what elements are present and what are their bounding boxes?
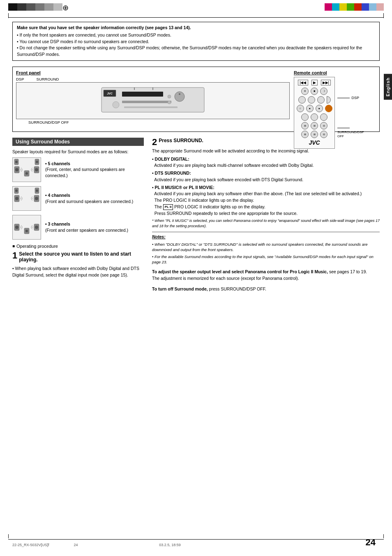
page-layout: ⊕ English Make sure that y (0, 0, 392, 556)
step1-number: 1 (12, 251, 17, 260)
remote-btn-r2c (317, 96, 325, 104)
warning-box: Make sure that you have set the speaker … (12, 22, 380, 61)
bottom-corner-left (8, 534, 9, 538)
left-column: Using Surround Modes Speaker layouts req… (12, 138, 144, 293)
remote-btn-r5a: ⊞ (301, 122, 309, 129)
color-bar-cyan (332, 3, 339, 11)
svg-point-16 (25, 172, 28, 175)
speaker-icon-3ch (12, 215, 41, 240)
note-1: When "DOLBY DIGITAL" or "DTS SURROUND" i… (152, 242, 380, 253)
color-bar-yellow (339, 3, 347, 11)
remote-btn-r6b: ⊞ (311, 131, 318, 138)
surround-intro: Speaker layouts required for Surround mo… (12, 149, 144, 154)
notes-body: When "DOLBY DIGITAL" or "DTS SURROUND" i… (152, 242, 380, 265)
remote-btn-r4b (311, 113, 318, 121)
fp-labels: DSP SURROUND (16, 77, 290, 81)
remote-top-buttons: |◀◀ ▶ ▶▶| (298, 80, 331, 85)
svg-point-36 (35, 226, 38, 229)
operating-procedure-label: Operating procedure (12, 244, 144, 249)
remote-btn-r3d (325, 105, 332, 112)
surround-label: SURROUND (37, 77, 59, 81)
color-bar-lightblue (369, 3, 376, 11)
remote-dsp-label: DSP (337, 96, 376, 100)
speaker-svg-4ch (14, 187, 40, 210)
color-bar-3 (26, 3, 35, 11)
remote-btn-r5b: ⊞ (311, 122, 318, 129)
color-bar-pink (376, 3, 384, 11)
svg-point-7 (168, 95, 171, 98)
color-bar-magenta (325, 3, 332, 11)
remote-surround-dsp-off-label: SURROUND/DSPOFF (337, 126, 376, 138)
step1-title: Select the source you want to listen to … (19, 251, 144, 263)
svg-rect-0 (101, 88, 204, 112)
svg-rect-11 (124, 106, 178, 108)
svg-point-34 (25, 230, 28, 232)
speaker-svg-3ch (14, 216, 40, 238)
center-crosshair: ⊕ (62, 3, 69, 12)
svg-point-14 (15, 168, 18, 171)
right-column: 2 Press SURROUND. The appropriate Surrou… (152, 138, 380, 293)
speaker-svg-5ch (14, 158, 40, 181)
step2-dts-item: • DTS SURROUND: Activated if you are pla… (152, 170, 380, 183)
remote-btn-half (327, 96, 331, 104)
remote-row-1: ☀ ■ ☽ (301, 88, 327, 95)
footer-text: 22-25_RX-5032V[US]f 24 03.2.5, 18:59 (12, 543, 181, 547)
section-title-box: Using Surround Modes (12, 138, 144, 146)
remote-control-label: Remote control (294, 70, 376, 75)
bottom-corner-right (383, 534, 384, 538)
bottom-decoration (0, 534, 392, 540)
color-bar-4 (35, 3, 44, 11)
remote-btn-r6c: ⊟ (320, 131, 327, 138)
step1-block: 1 Select the source you want to listen t… (12, 251, 144, 279)
page-number: 24 (366, 537, 376, 548)
svg-point-24 (15, 197, 18, 200)
svg-point-12 (113, 102, 119, 108)
svg-point-22 (36, 161, 38, 163)
speaker-text-3ch: • 3 channels (Front and center speakers … (45, 221, 128, 233)
step2-body: The appropriate Surround mode will be ac… (152, 148, 380, 265)
front-panel-label: Front panel (16, 70, 290, 75)
main-content: Make sure that you have set the speaker … (0, 18, 392, 297)
speaker-text-5ch: • 5 channels (Front, center, and surroun… (45, 161, 144, 179)
remote-btn-r3c: ● (316, 105, 323, 112)
top-bar-right (325, 3, 384, 11)
svg-point-4 (175, 92, 184, 102)
svg-rect-3 (122, 92, 163, 97)
remote-row-5: ⊞ ⊞ ⊟ (301, 122, 327, 129)
remote-btn-sun: ☀ (301, 88, 309, 95)
note-2: For the available Surround modes accordi… (152, 254, 380, 265)
color-bar-red (354, 3, 362, 11)
svg-rect-6 (122, 101, 171, 103)
remote-btn-r6a: ⊞ (301, 131, 309, 138)
step2-italic-note: * When "PL II MUSIC" is selected, you ca… (152, 218, 380, 228)
svg-point-28 (15, 189, 18, 192)
color-bar-green (347, 3, 354, 11)
remote-btn-r2b (308, 96, 315, 104)
step2-plii-item: • PL II MUSIC® or PL II MOVIE: Activated… (152, 185, 380, 217)
step2-dolby-item: • DOLBY DIGITAL: Activated if you are pl… (152, 156, 380, 169)
remote-row-3: ○ ● ● (297, 105, 332, 112)
step2-intro: The appropriate Surround mode will be ac… (152, 148, 380, 155)
step1-body: • When playing back software encoded wit… (12, 265, 144, 279)
remote-row-4 (301, 113, 327, 121)
remote-btn-r3b: ● (306, 105, 314, 112)
remote-btn-r3a: ○ (297, 105, 304, 112)
step1-header: 1 Select the source you want to listen t… (12, 251, 144, 264)
front-panel-svg: JVC (99, 84, 206, 117)
svg-point-26 (35, 197, 38, 200)
remote-btn-moon: ☽ (320, 88, 327, 95)
step2-number: 2 (152, 138, 157, 147)
remote-inner: |◀◀ ▶ ▶▶| ☀ ■ ☽ (297, 80, 332, 146)
diagram-section: Front panel DSP SURROUND JVC (12, 67, 380, 132)
remote-control-section: Remote control |◀◀ ▶ ▶▶| ☀ (294, 70, 376, 128)
remote-btn-r4c (320, 113, 327, 121)
top-section: ⊕ (0, 0, 392, 18)
step2-title: Press SURROUND. (159, 138, 203, 143)
speaker-text-4ch: • 4 channels (Front and surround speaker… (45, 192, 133, 204)
front-panel-diagram: JVC (16, 82, 290, 119)
svg-point-30 (36, 189, 38, 192)
remote-btn-r5c: ⊟ (320, 122, 327, 129)
svg-point-18 (35, 168, 38, 171)
speaker-layout-3ch: • 3 channels (Front and center speakers … (12, 215, 144, 240)
front-panel-section: Front panel DSP SURROUND JVC (16, 70, 290, 128)
